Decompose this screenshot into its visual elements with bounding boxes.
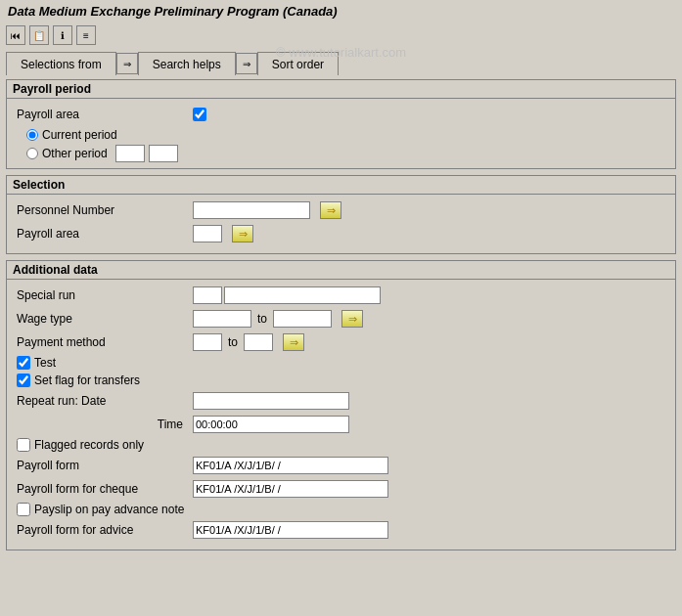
additional-data-title: Additional data (7, 261, 675, 280)
toolbar-icon-info[interactable]: ℹ (53, 25, 72, 45)
special-run-row: Special run (17, 286, 665, 305)
special-run-input-2[interactable] (224, 286, 381, 304)
set-flag-row: Set flag for transfers (17, 374, 665, 387)
toolbar-icon-back[interactable]: ⏮ (6, 25, 25, 45)
repeat-run-label: Repeat run: Date (17, 394, 193, 408)
payroll-area-label: Payroll area (17, 108, 193, 121)
flagged-records-checkbox[interactable] (17, 438, 30, 452)
payment-method-to-label: to (228, 335, 238, 349)
payment-method-nav[interactable]: ⇒ (283, 333, 304, 351)
section-payroll-period: Payroll period Payroll area Current peri… (6, 79, 676, 169)
personnel-number-label: Personnel Number (17, 203, 193, 217)
wage-type-to-label: to (257, 312, 267, 326)
tab-search-helps[interactable]: Search helps (138, 52, 236, 75)
wage-type-input-to[interactable] (273, 310, 332, 328)
payslip-label: Payslip on pay advance note (34, 503, 184, 516)
payroll-form-advice-row: Payroll form for advice (17, 520, 665, 540)
wage-type-input-from[interactable] (193, 310, 251, 328)
test-checkbox[interactable] (17, 356, 30, 370)
tab-selections-from[interactable]: Selections from (6, 52, 116, 75)
selection-payroll-area-label: Payroll area (17, 227, 193, 241)
payroll-form-cheque-row: Payroll form for cheque (17, 479, 665, 499)
current-period-label: Current period (42, 128, 117, 142)
payment-method-input-from[interactable] (193, 333, 222, 351)
set-flag-checkbox[interactable] (17, 374, 30, 387)
other-period-row: Other period (26, 145, 665, 162)
other-period-label: Other period (42, 147, 108, 160)
payroll-period-body: Payroll area Current period Other period (7, 99, 675, 168)
time-row: Time (17, 415, 665, 434)
section-selection: Selection Personnel Number ⇒ Payroll are… (6, 175, 676, 254)
selection-payroll-area-row: Payroll area ⇒ (17, 224, 665, 243)
payroll-form-advice-input[interactable] (193, 521, 388, 539)
toolbar: ⏮ 📋 ℹ ≡ © www.tutorialkart.com (0, 22, 682, 48)
payroll-period-title: Payroll period (7, 80, 675, 99)
additional-data-body: Special run Wage type to ⇒ Payment metho… (7, 280, 675, 550)
payroll-form-row: Payroll form (17, 456, 665, 475)
flagged-records-row: Flagged records only (17, 438, 665, 452)
period-options: Current period Other period (17, 128, 665, 162)
set-flag-label: Set flag for transfers (34, 374, 140, 387)
flagged-records-label: Flagged records only (34, 438, 144, 452)
payroll-form-cheque-input[interactable] (193, 480, 388, 498)
payment-method-input-to[interactable] (244, 333, 273, 351)
payslip-row: Payslip on pay advance note (17, 503, 665, 516)
toolbar-icon-save[interactable]: 📋 (29, 25, 49, 45)
repeat-run-input[interactable] (193, 392, 349, 410)
tab-arrow-2[interactable]: ⇒ (236, 53, 257, 74)
time-input[interactable] (193, 416, 349, 433)
watermark: © www.tutorialkart.com (276, 45, 406, 60)
current-period-row: Current period (26, 128, 665, 142)
personnel-number-input[interactable] (193, 201, 310, 219)
payslip-checkbox[interactable] (17, 503, 30, 516)
payroll-area-checkbox[interactable] (193, 108, 206, 121)
payroll-area-row: Payroll area (17, 105, 665, 124)
payroll-form-cheque-label: Payroll form for cheque (17, 482, 193, 496)
test-label: Test (34, 356, 56, 370)
selection-payroll-area-input[interactable] (193, 225, 222, 242)
special-run-label: Special run (17, 288, 193, 302)
test-row: Test (17, 356, 665, 370)
current-period-radio[interactable] (26, 129, 38, 141)
selection-payroll-area-nav[interactable]: ⇒ (232, 225, 253, 242)
other-period-radio[interactable] (26, 148, 38, 159)
payment-method-label: Payment method (17, 335, 193, 349)
repeat-run-row: Repeat run: Date (17, 391, 665, 411)
personnel-number-nav[interactable]: ⇒ (320, 201, 341, 219)
payment-method-row: Payment method to ⇒ (17, 332, 665, 352)
wage-type-row: Wage type to ⇒ (17, 309, 665, 329)
wage-type-label: Wage type (17, 312, 193, 326)
tab-arrow-1[interactable]: ⇒ (116, 53, 138, 74)
main-content: Payroll period Payroll area Current peri… (0, 75, 682, 560)
payroll-form-label: Payroll form (17, 459, 193, 472)
payroll-form-input[interactable] (193, 457, 388, 474)
toolbar-icon-menu[interactable]: ≡ (76, 25, 96, 45)
special-run-input-1[interactable] (193, 286, 222, 304)
time-label: Time (17, 418, 193, 431)
wage-type-nav[interactable]: ⇒ (341, 310, 363, 328)
page-title: Data Medium Exchange Preliminary Program… (8, 4, 338, 19)
payroll-form-advice-label: Payroll form for advice (17, 523, 193, 537)
personnel-number-row: Personnel Number ⇒ (17, 200, 665, 220)
selection-body: Personnel Number ⇒ Payroll area ⇒ (7, 195, 675, 253)
other-period-input-1[interactable] (115, 145, 145, 162)
selection-title: Selection (7, 176, 675, 195)
title-bar: Data Medium Exchange Preliminary Program… (0, 0, 682, 22)
section-additional-data: Additional data Special run Wage type to… (6, 260, 676, 550)
other-period-input-2[interactable] (149, 145, 178, 162)
